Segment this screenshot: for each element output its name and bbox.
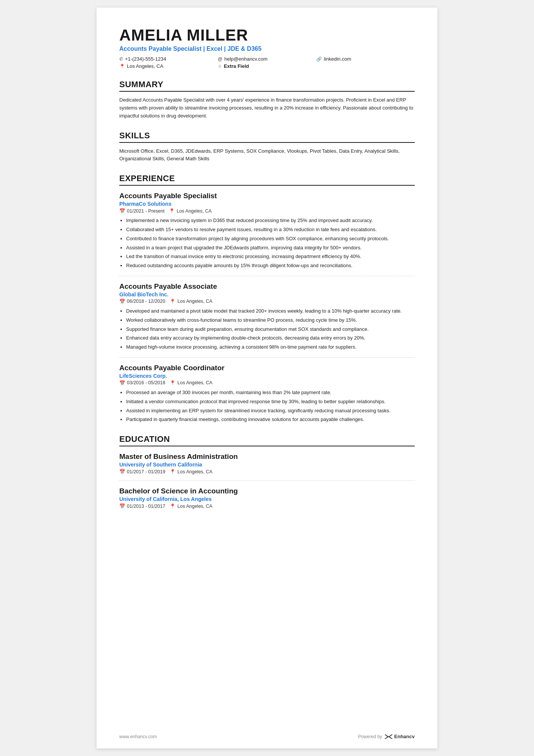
star-icon: ☆: [218, 64, 222, 69]
degree-1-location: 📍 Los Angeles, CA: [170, 469, 212, 474]
job-2-divider: [119, 357, 415, 358]
job-2-bullets: Developed and maintained a pivot table m…: [119, 307, 415, 351]
job-1-divider: [119, 276, 415, 276]
list-item: Assisted in implementing an ERP system f…: [126, 407, 415, 415]
location-text: Los Angeles, CA: [127, 63, 163, 69]
list-item: Contributed to finance transformation pr…: [126, 235, 415, 243]
job-2: Accounts Payable Associate Global BioTec…: [119, 282, 415, 358]
degree-1: Master of Business Administration Univer…: [119, 452, 415, 481]
degree-1-school: University of Southern California: [119, 462, 415, 468]
pin-icon-edu-2: 📍: [170, 503, 176, 509]
list-item: Implemented a new invoicing system in D3…: [126, 217, 415, 225]
list-item: Processed an average of 300 invoices per…: [126, 389, 415, 397]
candidate-name: AMELIA MILLER: [119, 27, 415, 44]
education-section: EDUCATION Master of Business Administrat…: [119, 434, 415, 509]
email-contact: @ help@enhancv.com: [218, 56, 316, 62]
extra-field-text: Extra Field: [224, 63, 249, 69]
summary-heading: SUMMARY: [119, 80, 415, 92]
job-1-meta: 📅 01/2021 - Present 📍 Los Angeles, CA: [119, 208, 415, 214]
degree-2-title: Bachelor of Science in Accounting: [119, 487, 415, 495]
skills-text: Microsoft Office, Excel, D365, JDEdwards…: [119, 147, 415, 163]
linkedin-contact: 🔗 linkedin.com: [316, 56, 415, 62]
pin-icon-3: 📍: [170, 380, 176, 386]
job-3: Accounts Payable Coordinator LifeScience…: [119, 364, 415, 424]
list-item: Reduced outstanding accounts payable amo…: [126, 262, 415, 270]
powered-by-label: Powered by: [358, 734, 382, 739]
job-1-company: PharmaCo Solutions: [119, 201, 415, 207]
degree-2-school: University of California, Los Angeles: [119, 496, 415, 502]
job-2-location: 📍 Los Angeles, CA: [170, 299, 212, 304]
experience-heading: EXPERIENCE: [119, 174, 415, 186]
list-item: Supported finance team during audit prep…: [126, 326, 415, 333]
job-3-dates: 📅 03/2016 - 05/2018: [119, 380, 165, 386]
footer-branding: Powered by Enhancv: [358, 734, 415, 739]
email-icon: @: [218, 56, 222, 62]
degree-2-meta: 📅 01/2013 - 01/2017 📍 Los Angeles, CA: [119, 503, 415, 509]
job-1: Accounts Payable Specialist PharmaCo Sol…: [119, 192, 415, 276]
job-2-meta: 📅 06/2018 - 12/2020 📍 Los Angeles, CA: [119, 299, 415, 304]
degree-2: Bachelor of Science in Accounting Univer…: [119, 487, 415, 509]
degree-1-dates: 📅 01/2017 - 01/2019: [119, 469, 165, 474]
summary-section: SUMMARY Dedicated Accounts Payable Speci…: [119, 80, 415, 120]
degree-1-divider: [119, 481, 415, 481]
education-heading: EDUCATION: [119, 434, 415, 446]
job-3-company: LifeSciences Corp.: [119, 373, 415, 379]
experience-section: EXPERIENCE Accounts Payable Specialist P…: [119, 174, 415, 424]
phone-number: +1-(234)-555-1234: [125, 56, 166, 62]
list-item: Managed high-volume invoice processing, …: [126, 343, 415, 351]
job-2-company: Global BioTech Inc.: [119, 291, 415, 297]
skills-section: SKILLS Microsoft Office, Excel, D365, JD…: [119, 131, 415, 163]
candidate-title: Accounts Payable Specialist | Excel | JD…: [119, 45, 415, 52]
job-2-dates: 📅 06/2018 - 12/2020: [119, 299, 165, 304]
calendar-icon-1: 📅: [119, 208, 125, 214]
enhancv-logo-icon: [384, 734, 393, 739]
job-1-title: Accounts Payable Specialist: [119, 192, 415, 200]
contact-info: ✆ +1-(234)-555-1234 @ help@enhancv.com 🔗…: [119, 56, 415, 69]
calendar-icon-2: 📅: [119, 299, 125, 304]
job-3-location: 📍 Los Angeles, CA: [170, 380, 212, 386]
job-3-title: Accounts Payable Coordinator: [119, 364, 415, 372]
job-2-title: Accounts Payable Associate: [119, 282, 415, 291]
list-item: Collaborated with 15+ vendors to resolve…: [126, 226, 415, 234]
enhancv-brand: Enhancv: [384, 734, 415, 739]
degree-1-title: Master of Business Administration: [119, 452, 415, 461]
pin-icon-1: 📍: [169, 208, 175, 214]
phone-icon: ✆: [119, 56, 123, 62]
list-item: Developed and maintained a pivot table m…: [126, 307, 415, 315]
resume-page: AMELIA MILLER Accounts Payable Specialis…: [97, 8, 437, 748]
skills-heading: SKILLS: [119, 131, 415, 143]
location-icon: 📍: [119, 64, 125, 69]
phone-contact: ✆ +1-(234)-555-1234: [119, 56, 218, 62]
job-1-dates: 📅 01/2021 - Present: [119, 208, 164, 214]
calendar-icon-3: 📅: [119, 380, 125, 386]
email-address: help@enhancv.com: [224, 56, 267, 62]
list-item: Assisted in a team project that upgraded…: [126, 244, 415, 252]
job-3-bullets: Processed an average of 300 invoices per…: [119, 389, 415, 424]
summary-text: Dedicated Accounts Payable Specialist wi…: [119, 96, 415, 120]
list-item: Participated in quarterly financial meet…: [126, 416, 415, 424]
degree-2-dates: 📅 01/2013 - 01/2017: [119, 503, 165, 509]
degree-2-location: 📍 Los Angeles, CA: [170, 503, 212, 509]
job-3-meta: 📅 03/2016 - 05/2018 📍 Los Angeles, CA: [119, 380, 415, 386]
list-item: Led the transition of manual invoice ent…: [126, 253, 415, 261]
list-item: Initiated a vendor communication protoco…: [126, 398, 415, 406]
list-item: Enhanced data entry accuracy by implemen…: [126, 334, 415, 342]
footer-website: www.enhancv.com: [119, 734, 157, 739]
linkedin-url: linkedin.com: [324, 56, 351, 62]
extra-field-contact: ☆ Extra Field: [218, 63, 316, 69]
page-footer: www.enhancv.com Powered by Enhancv: [119, 734, 415, 739]
calendar-icon-edu-1: 📅: [119, 469, 125, 474]
header: AMELIA MILLER Accounts Payable Specialis…: [119, 27, 415, 69]
pin-icon-edu-1: 📍: [170, 469, 176, 474]
job-1-location: 📍 Los Angeles, CA: [169, 208, 211, 214]
location-contact: 📍 Los Angeles, CA: [119, 63, 218, 69]
list-item: Worked collaboratively with cross-functi…: [126, 316, 415, 324]
linkedin-icon: 🔗: [316, 56, 322, 62]
degree-1-meta: 📅 01/2017 - 01/2019 📍 Los Angeles, CA: [119, 469, 415, 474]
pin-icon-2: 📍: [170, 299, 176, 304]
job-1-bullets: Implemented a new invoicing system in D3…: [119, 217, 415, 270]
calendar-icon-edu-2: 📅: [119, 503, 125, 509]
enhancv-brand-name: Enhancv: [394, 734, 415, 739]
